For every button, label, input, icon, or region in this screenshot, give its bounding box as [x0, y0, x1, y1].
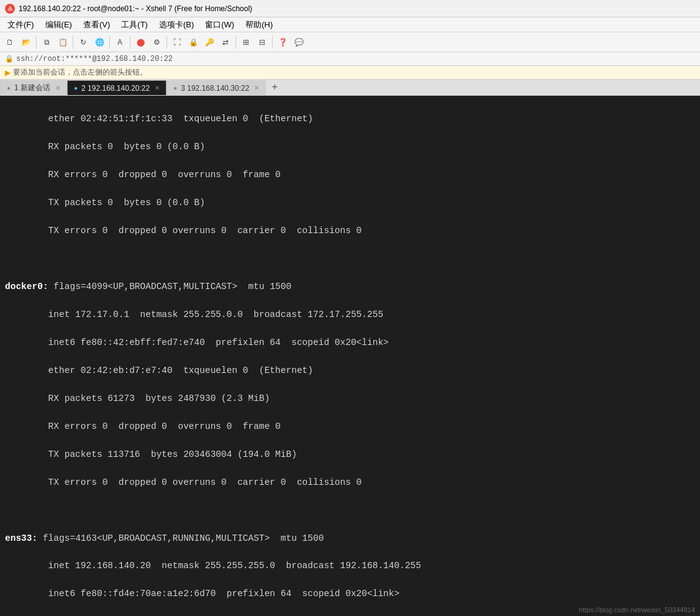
ssh-url: ssh://root:******@192.168.140.20:22 — [16, 55, 173, 63]
tabbar: ● 1 新建会话 ✕ ● 2 192.168.140.20:22 ✕ ● 3 1… — [0, 80, 700, 96]
menu-view[interactable]: 查看(V) — [78, 18, 115, 32]
tab-2-label: 2 192.168.140.20:22 — [81, 84, 150, 93]
tab-1-label: 1 新建会话 — [14, 83, 50, 93]
toolbar-sep-6 — [235, 36, 236, 48]
menu-window[interactable]: 窗口(W) — [200, 18, 239, 32]
tab-2-dot: ● — [74, 85, 78, 91]
lock-icon: 🔒 — [5, 55, 14, 63]
toolbar-copy[interactable]: ⧉ — [39, 35, 54, 50]
toolbar-grid[interactable]: ⊞ — [239, 35, 253, 50]
menu-edit[interactable]: 编辑(E) — [40, 18, 77, 32]
terminal-line-17: inet 192.168.140.20 netmask 255.255.255.… — [5, 559, 695, 572]
toolbar: 🗋 📂 ⧉ 📋 ↻ 🌐 A ⬤ ⚙ ⛶ 🔒 🔑 ⇄ ⊞ ⊟ ❓ 💬 — [0, 32, 700, 52]
arrow-icon: ▶ — [5, 68, 11, 77]
toolbar-split[interactable]: ⊟ — [255, 35, 270, 50]
toolbar-globe[interactable]: 🌐 — [92, 35, 107, 50]
terminal-line-12: RX errors 0 dropped 0 overruns 0 frame 0 — [5, 420, 695, 433]
toolbar-sep-7 — [272, 36, 273, 48]
tab-1-close[interactable]: ✕ — [55, 85, 60, 91]
toolbar-open[interactable]: 📂 — [19, 35, 34, 50]
toolbar-sep-4 — [130, 36, 130, 48]
tab-3-close[interactable]: ✕ — [254, 85, 259, 91]
terminal-line-10: ether 02:42:eb:d7:e7:40 txqueuelen 0 (Et… — [5, 364, 695, 377]
terminal-line-15 — [5, 503, 695, 517]
terminal-line-3: RX errors 0 dropped 0 overruns 0 frame 0 — [5, 168, 695, 182]
toolbar-paste[interactable]: 📋 — [55, 35, 70, 50]
terminal-line-8: inet 172.17.0.1 netmask 255.255.0.0 broa… — [5, 308, 695, 321]
terminal-line-16: ens33: flags=4163<UP,BROADCAST,RUNNING,M… — [5, 531, 695, 545]
terminal-line-13: TX packets 113716 bytes 203463004 (194.0… — [5, 448, 695, 461]
terminal-line-1: ether 02:42:51:1f:1c:33 txqueuelen 0 (Et… — [5, 112, 695, 126]
tab-3-dot: ● — [173, 85, 177, 91]
titlebar-text: 192.168.140.20:22 - root@node01:~ - Xshe… — [19, 4, 252, 13]
tab-2-close[interactable]: ✕ — [155, 85, 160, 91]
menu-tab[interactable]: 选项卡(B) — [154, 18, 199, 32]
toolbar-sep-3 — [109, 36, 110, 48]
menu-tools[interactable]: 工具(T) — [116, 18, 153, 32]
terminal-line-2: RX packets 0 bytes 0 (0.0 B) — [5, 140, 695, 154]
info-bar: ▶ 要添加当前会话，点击左侧的箭头按钮。 — [0, 66, 700, 80]
tab-1-dot: ● — [7, 85, 11, 91]
terminal-line-5: TX errors 0 dropped 0 overruns 0 carrier… — [5, 224, 695, 237]
info-text: 要添加当前会话，点击左侧的箭头按钮。 — [13, 67, 147, 78]
toolbar-help[interactable]: ❓ — [275, 35, 290, 50]
terminal-line-9: inet6 fe80::42:ebff:fed7:e740 prefixlen … — [5, 336, 695, 349]
toolbar-red-circle[interactable]: ⬤ — [133, 35, 148, 50]
tab-add-button[interactable]: + — [267, 80, 282, 95]
menu-file[interactable]: 文件(F) — [2, 18, 39, 32]
tab-3-label: 3 192.168.140.30:22 — [181, 84, 249, 93]
ssh-bar: 🔒 ssh://root:******@192.168.140.20:22 — [0, 52, 700, 66]
menu-help[interactable]: 帮助(H) — [240, 18, 278, 32]
toolbar-fullscreen[interactable]: ⛶ — [170, 35, 184, 50]
watermark: https://blog.csdn.net/weixin_50344814 — [579, 606, 695, 614]
toolbar-new[interactable]: 🗋 — [2, 35, 17, 50]
toolbar-lock[interactable]: 🔒 — [186, 35, 201, 50]
terminal[interactable]: ether 02:42:51:1f:1c:33 txqueuelen 0 (Et… — [0, 96, 700, 616]
terminal-line-7: docker0: flags=4099<UP,BROADCAST,MULTICA… — [5, 280, 695, 293]
tab-3[interactable]: ● 3 192.168.140.30:22 ✕ — [166, 80, 266, 95]
toolbar-sep-5 — [166, 36, 167, 48]
tab-2[interactable]: ● 2 192.168.140.20:22 ✕ — [67, 80, 166, 95]
toolbar-refresh[interactable]: ↻ — [76, 35, 91, 50]
terminal-line-6 — [5, 252, 695, 265]
menubar: 文件(F) 编辑(E) 查看(V) 工具(T) 选项卡(B) 窗口(W) 帮助(… — [0, 17, 700, 32]
ens33-iface: ens33: — [5, 533, 37, 543]
toolbar-font[interactable]: A — [112, 35, 127, 50]
toolbar-sep-2 — [73, 36, 73, 48]
toolbar-transfer[interactable]: ⇄ — [218, 35, 233, 50]
titlebar-icon: ⚠ — [5, 4, 15, 14]
terminal-line-4: TX packets 0 bytes 0 (0.0 B) — [5, 196, 695, 209]
tab-1[interactable]: ● 1 新建会话 ✕ — [0, 80, 67, 95]
terminal-line-18: inet6 fe80::fd4e:70ae:a1e2:6d70 prefixle… — [5, 587, 695, 600]
terminal-line-11: RX packets 61273 bytes 2487930 (2.3 MiB) — [5, 392, 695, 405]
toolbar-sep-1 — [36, 36, 37, 48]
titlebar: ⚠ 192.168.140.20:22 - root@node01:~ - Xs… — [0, 0, 700, 17]
toolbar-key[interactable]: 🔑 — [202, 35, 217, 50]
toolbar-chat[interactable]: 💬 — [291, 35, 306, 50]
terminal-line-14: TX errors 0 dropped 0 overruns 0 carrier… — [5, 476, 695, 489]
toolbar-settings[interactable]: ⚙ — [149, 35, 164, 50]
docker0-iface: docker0: — [5, 282, 48, 292]
